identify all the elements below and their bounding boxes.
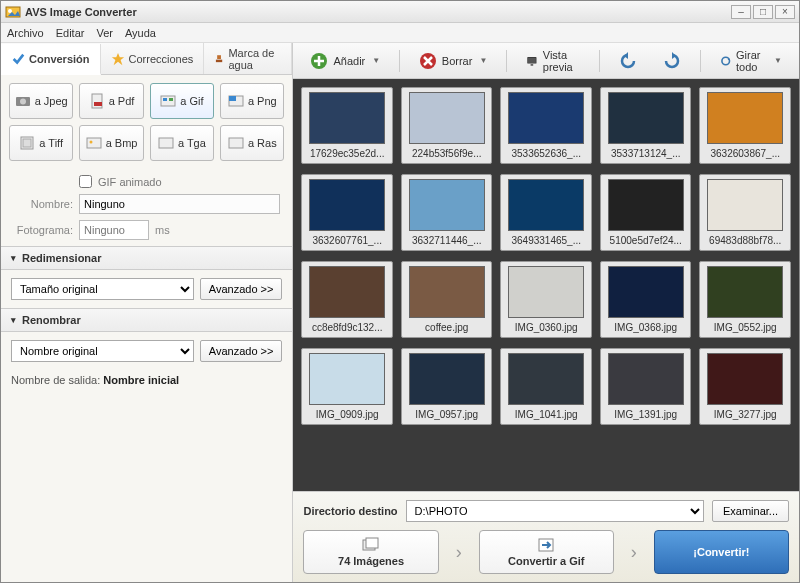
svg-rect-17 <box>159 138 173 148</box>
menu-help[interactable]: Ayuda <box>125 27 156 39</box>
resize-header[interactable]: ▾ Redimensionar <box>1 246 292 270</box>
bottom-bar: Directorio destino D:\PHOTO Examinar... … <box>293 491 799 582</box>
thumbnail-caption: 5100e5d7ef24... <box>605 234 687 250</box>
delete-button[interactable]: Borrar▼ <box>410 47 496 75</box>
svg-rect-14 <box>23 139 31 147</box>
thumbnail[interactable]: IMG_0909.jpg <box>301 348 393 425</box>
resize-select[interactable]: Tamaño original <box>11 278 194 300</box>
svg-point-24 <box>722 57 730 65</box>
star-icon <box>111 52 125 66</box>
thumbnail-image <box>608 92 684 144</box>
tab-conversion[interactable]: Conversión <box>1 44 101 75</box>
thumbnail-image <box>508 92 584 144</box>
thumbnail[interactable]: IMG_3277.jpg <box>699 348 791 425</box>
thumbnail-image <box>309 266 385 318</box>
monitor-icon <box>526 52 538 70</box>
menu-view[interactable]: Ver <box>96 27 113 39</box>
bmp-icon <box>86 135 102 151</box>
menu-edit[interactable]: Editar <box>56 27 85 39</box>
thumbnail[interactable]: IMG_0368.jpg <box>600 261 692 338</box>
rotate-left-icon <box>619 52 637 70</box>
dest-label: Directorio destino <box>303 505 397 517</box>
format-bmp-button[interactable]: a Bmp <box>79 125 143 161</box>
browse-button[interactable]: Examinar... <box>712 500 789 522</box>
thumbnail-caption: IMG_0368.jpg <box>605 321 687 337</box>
rotate-right-button[interactable] <box>654 47 690 75</box>
menu-file[interactable]: Archivo <box>7 27 44 39</box>
maximize-button[interactable]: □ <box>753 5 773 19</box>
thumbnail[interactable]: 3632607761_... <box>301 174 393 251</box>
thumbnail-image <box>608 179 684 231</box>
app-window: AVS Image Converter – □ × Archivo Editar… <box>0 0 800 583</box>
window-title: AVS Image Converter <box>25 6 731 18</box>
gif-frame-spinner[interactable]: Ninguno <box>79 220 149 240</box>
thumbnail[interactable]: 3533713124_... <box>600 87 692 164</box>
thumbnail[interactable]: 224b53f56f9e... <box>401 87 493 164</box>
thumbnail-image <box>309 353 385 405</box>
thumbnail-caption: 69483d88bf78... <box>704 234 786 250</box>
thumbnail[interactable]: IMG_0957.jpg <box>401 348 493 425</box>
format-png-button[interactable]: a Png <box>220 83 284 119</box>
thumbnail[interactable]: IMG_0360.jpg <box>500 261 592 338</box>
thumbnail[interactable]: 69483d88bf78... <box>699 174 791 251</box>
svg-rect-23 <box>531 64 534 65</box>
format-ras-button[interactable]: a Ras <box>220 125 284 161</box>
format-pdf-button[interactable]: a Pdf <box>79 83 143 119</box>
tab-watermark[interactable]: Marca de agua <box>204 43 292 74</box>
thumbnail[interactable]: 3632711446_... <box>401 174 493 251</box>
pdf-icon <box>89 93 105 109</box>
thumbnail[interactable]: IMG_1391.jpg <box>600 348 692 425</box>
rename-header[interactable]: ▾ Renombrar <box>1 308 292 332</box>
format-jpeg-button[interactable]: a Jpeg <box>9 83 73 119</box>
format-tiff-button[interactable]: a Tiff <box>9 125 73 161</box>
format-gif-button[interactable]: a Gif <box>150 83 214 119</box>
stamp-icon <box>214 52 224 66</box>
thumbnail[interactable]: coffee.jpg <box>401 261 493 338</box>
thumbnail-image <box>707 179 783 231</box>
gif-animated-checkbox[interactable] <box>79 175 92 188</box>
thumbnail-caption: 3632711446_... <box>406 234 488 250</box>
tab-corrections-label: Correcciones <box>129 53 194 65</box>
thumbnail-area[interactable]: 17629ec35e2d...224b53f56f9e...3533652636… <box>293 79 799 491</box>
minimize-button[interactable]: – <box>731 5 751 19</box>
thumbnail-caption: IMG_3277.jpg <box>704 408 786 424</box>
thumbnail[interactable]: IMG_1041.jpg <box>500 348 592 425</box>
thumbnail[interactable]: 3632603867_... <box>699 87 791 164</box>
convert-button[interactable]: ¡Convertir! <box>654 530 789 574</box>
dest-combo[interactable]: D:\PHOTO <box>406 500 704 522</box>
preview-button[interactable]: Vista previa <box>517 44 589 78</box>
svg-rect-18 <box>229 138 243 148</box>
image-count-button[interactable]: 74 Imágenes <box>303 530 438 574</box>
thumbnail-image <box>707 353 783 405</box>
thumbnail[interactable]: cc8e8fd9c132... <box>301 261 393 338</box>
thumbnail[interactable]: 5100e5d7ef24... <box>600 174 692 251</box>
thumbnail-image <box>309 92 385 144</box>
resize-advanced-button[interactable]: Avanzado >> <box>200 278 283 300</box>
gif-name-input[interactable] <box>79 194 280 214</box>
svg-rect-10 <box>169 98 173 101</box>
thumbnail-caption: IMG_0909.jpg <box>306 408 388 424</box>
thumbnail-caption: 3632603867_... <box>704 147 786 163</box>
format-tga-button[interactable]: a Tga <box>150 125 214 161</box>
chevron-down-icon: ▼ <box>774 56 782 65</box>
collapse-icon: ▾ <box>11 253 16 263</box>
tab-corrections[interactable]: Correcciones <box>101 43 205 74</box>
thumbnail[interactable]: 17629ec35e2d... <box>301 87 393 164</box>
chevron-down-icon: ▼ <box>479 56 487 65</box>
thumbnail-caption: IMG_0957.jpg <box>406 408 488 424</box>
thumbnail-caption: cc8e8fd9c132... <box>306 321 388 337</box>
right-panel: Añadir▼ Borrar▼ Vista previa <box>293 43 799 582</box>
thumbnail[interactable]: IMG_0552.jpg <box>699 261 791 338</box>
thumbnail[interactable]: 3533652636_... <box>500 87 592 164</box>
thumbnail[interactable]: 3649331465_... <box>500 174 592 251</box>
add-button[interactable]: Añadir▼ <box>301 47 389 75</box>
rotate-all-button[interactable]: Girar todo▼ <box>711 44 791 78</box>
rename-select[interactable]: Nombre original <box>11 340 194 362</box>
delete-icon <box>419 52 437 70</box>
rotate-left-button[interactable] <box>610 47 646 75</box>
output-name: Nombre de salida: Nombre inicial <box>1 370 292 396</box>
rename-advanced-button[interactable]: Avanzado >> <box>200 340 283 362</box>
svg-rect-26 <box>366 538 378 548</box>
convert-to-button[interactable]: Convertir a Gif <box>479 530 614 574</box>
close-button[interactable]: × <box>775 5 795 19</box>
